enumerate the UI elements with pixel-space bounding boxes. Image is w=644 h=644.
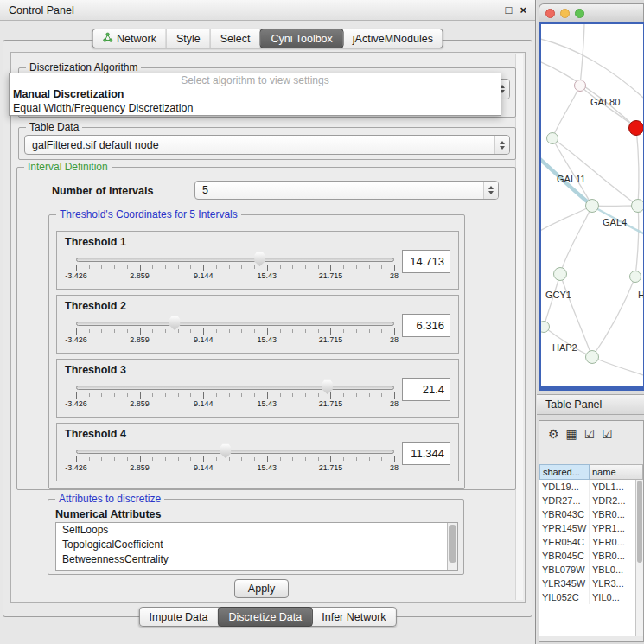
- slider-track[interactable]: [76, 258, 394, 262]
- slider-tick: [267, 392, 268, 399]
- dropdown-option-manual-discretization[interactable]: Manual Discretization: [10, 87, 501, 101]
- settings-scrollbar[interactable]: [515, 54, 523, 600]
- tab-infer-network[interactable]: Infer Network: [312, 608, 395, 626]
- slider-tick: [330, 456, 331, 462]
- network-node[interactable]: [632, 200, 644, 213]
- slider-tick: [330, 265, 331, 271]
- threshold-slider[interactable]: -3.4262.8599.14415.4321.71528: [76, 315, 394, 344]
- node-label: GAL4: [603, 217, 627, 227]
- table-row[interactable]: YBR043CYBR0...: [539, 507, 635, 521]
- slider-tick: [76, 392, 77, 399]
- table-row[interactable]: YLR345WYLR3...: [539, 577, 635, 590]
- select-all-icon[interactable]: ☑: [584, 428, 596, 440]
- network-node[interactable]: [541, 322, 550, 333]
- table-body: YDL19...YDL1...YDR27...YDR2...YBR043CYBR…: [539, 480, 635, 636]
- close-traffic-light-icon[interactable]: [545, 9, 555, 18]
- threshold-slider[interactable]: -3.4262.8599.14415.4321.71528: [76, 251, 394, 280]
- slider-scale-label: -3.426: [65, 335, 87, 344]
- tab-label: Impute Data: [149, 611, 207, 623]
- network-node[interactable]: [586, 200, 599, 213]
- settings-panel: Discretization Algorithm Table Data galF…: [10, 52, 526, 603]
- float-icon[interactable]: □: [506, 4, 513, 16]
- combobox-stepper-icon[interactable]: [494, 136, 509, 154]
- attributes-list[interactable]: SelfLoopsTopologicalCoefficientBetweenne…: [55, 522, 458, 571]
- network-icon: [102, 32, 112, 45]
- tab-jactivemnodules[interactable]: jActiveMNodules: [343, 29, 443, 48]
- threshold-4-group: Threshold 4 -3.4262.8599.14415.4321.7152…: [56, 423, 459, 481]
- table-row[interactable]: YDR27...YDR2...: [539, 494, 635, 507]
- network-node[interactable]: [630, 271, 641, 283]
- column-header-name[interactable]: name: [590, 464, 643, 480]
- attribute-item[interactable]: BetweennessCentrality: [56, 552, 457, 567]
- table-row[interactable]: YPR145WYPR1...: [539, 521, 635, 535]
- slider-tick: [394, 328, 395, 335]
- tab-label: Cyni Toolbox: [271, 33, 332, 45]
- threshold-value-field[interactable]: 21.4: [402, 378, 450, 401]
- cell-name: YBR0...: [590, 549, 635, 563]
- tab-label: Style: [176, 33, 201, 45]
- close-icon[interactable]: ×: [520, 4, 526, 16]
- slider-track[interactable]: [76, 322, 394, 326]
- zoom-traffic-light-icon[interactable]: [575, 9, 584, 18]
- scrollbar-thumb[interactable]: [637, 481, 642, 563]
- gear-icon[interactable]: ⚙: [548, 428, 559, 440]
- tab-discretize-data[interactable]: Discretize Data: [218, 607, 314, 627]
- control-panel: Control Panel □× NetworkStyleSelectCyni …: [0, 0, 536, 644]
- tab-style[interactable]: Style: [167, 29, 211, 48]
- titlebar-icons: □×: [506, 4, 526, 16]
- algorithm-dropdown-popup: Select algorithm to view settings Manual…: [9, 73, 501, 116]
- network-node[interactable]: [575, 80, 586, 92]
- table-header-row: shared... name: [539, 464, 643, 480]
- tab-select[interactable]: Select: [211, 29, 261, 48]
- slider-tick: [203, 456, 204, 462]
- tab-cyni-toolbox[interactable]: Cyni Toolbox: [259, 29, 343, 48]
- network-window-titlebar: [539, 3, 644, 22]
- tab-label: jActiveMNodules: [353, 33, 433, 45]
- top-tab-bar: NetworkStyleSelectCyni ToolboxjActiveMNo…: [92, 29, 443, 48]
- table-row[interactable]: YBR045CYBR0...: [539, 549, 635, 563]
- tab-network[interactable]: Network: [92, 29, 167, 48]
- slider-scale-label: -3.426: [65, 463, 87, 472]
- table-row[interactable]: YER054CYER0...: [539, 535, 635, 549]
- threshold-value-field[interactable]: 6.316: [402, 314, 450, 337]
- cell-name: YIL0...: [590, 590, 635, 604]
- threshold-slider[interactable]: -3.4262.8599.14415.4321.71528: [76, 443, 394, 472]
- number-of-intervals-combobox[interactable]: 5: [194, 181, 499, 200]
- tab-label: Discretize Data: [229, 611, 303, 623]
- node-label: GAL11: [557, 174, 585, 184]
- table-data-combobox[interactable]: galFiltered.sif default node: [24, 135, 510, 155]
- scrollbar-thumb[interactable]: [449, 525, 456, 563]
- slider-major-ticks: [76, 392, 394, 399]
- minimize-traffic-light-icon[interactable]: [560, 9, 570, 18]
- slider-track[interactable]: [76, 450, 394, 454]
- apply-button[interactable]: Apply: [234, 579, 289, 598]
- table-scrollbar[interactable]: [635, 480, 643, 636]
- slider-scale-label: 21.715: [319, 463, 343, 472]
- bottom-tab-bar: Impute DataDiscretize DataInfer Network: [138, 607, 396, 627]
- attribute-item[interactable]: SelfLoops: [56, 523, 457, 538]
- select-rows-icon[interactable]: ☑: [602, 428, 613, 440]
- dropdown-option-equal-width-frequency[interactable]: Equal Width/Frequency Discretization: [10, 101, 501, 115]
- slider-tick: [267, 265, 268, 271]
- combobox-stepper-icon[interactable]: [483, 182, 498, 199]
- table-row[interactable]: YDL19...YDL1...: [539, 480, 635, 494]
- table-row[interactable]: YBL079WYBL0...: [539, 563, 635, 577]
- network-node[interactable]: [554, 268, 567, 281]
- slider-track[interactable]: [76, 386, 394, 390]
- network-node[interactable]: [586, 351, 599, 364]
- network-canvas[interactable]: GAL80 GAL11 GAL4 GCY1 HAP2 H: [541, 24, 643, 386]
- attributes-scrollbar[interactable]: [447, 523, 457, 570]
- column-header-shared-name[interactable]: shared...: [539, 464, 590, 480]
- table-panel-titlebar: Table Panel: [537, 394, 644, 415]
- threshold-value-field[interactable]: 14.713: [402, 250, 450, 273]
- network-node-selected[interactable]: [629, 121, 644, 136]
- threshold-value-field[interactable]: 11.344: [402, 442, 450, 465]
- cell-name: YER0...: [590, 535, 635, 549]
- columns-icon[interactable]: ▦: [566, 428, 577, 440]
- slider-tick: [140, 328, 141, 335]
- table-row[interactable]: YIL052CYIL0...: [539, 590, 635, 604]
- threshold-slider[interactable]: -3.4262.8599.14415.4321.71528: [76, 379, 394, 408]
- network-node[interactable]: [547, 133, 558, 144]
- tab-impute-data[interactable]: Impute Data: [139, 608, 218, 626]
- attribute-item[interactable]: TopologicalCoefficient: [56, 538, 457, 552]
